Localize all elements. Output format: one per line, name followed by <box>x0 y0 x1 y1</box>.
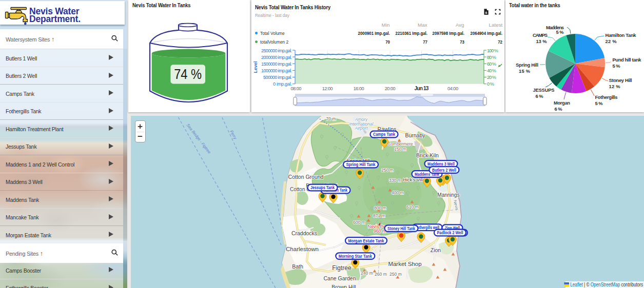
svg-text:5 %: 5 % <box>556 29 564 35</box>
svg-text:Stoney Hill: Stoney Hill <box>609 77 632 83</box>
svg-text:Burnaby: Burnaby <box>405 132 425 138</box>
svg-text:Jessups Tank: Jessups Tank <box>310 185 335 190</box>
svg-text:Zion: Zion <box>431 247 441 253</box>
svg-text:74 %: 74 % <box>174 67 202 82</box>
svg-text:Cane Garden: Cane Garden <box>323 275 356 281</box>
svg-text:1000000 imp.gal.: 1000000 imp.gal. <box>261 68 292 73</box>
svg-text:Morgan Estate Tank: Morgan Estate Tank <box>348 238 384 243</box>
svg-text:Spring Hill Tank: Spring Hill Tank <box>346 162 376 167</box>
svg-text:250 m: 250 m <box>381 168 394 173</box>
svg-text:16:00: 16:00 <box>354 86 364 91</box>
svg-text:15 %: 15 % <box>519 68 531 74</box>
svg-text:Jun 13: Jun 13 <box>415 86 429 91</box>
svg-text:Mannings: Mannings <box>437 192 459 198</box>
svg-text:20:00: 20:00 <box>385 86 396 91</box>
svg-text:22 %: 22 % <box>606 38 617 44</box>
svg-text:Airport: Airport <box>354 126 368 131</box>
svg-text:Sea Bridge - Figtree: Sea Bridge - Figtree <box>185 123 212 155</box>
svg-text:0 imp.gal.: 0 imp.gal. <box>273 81 292 87</box>
svg-text:12:00: 12:00 <box>322 86 333 91</box>
svg-text:5 %: 5 % <box>595 100 603 106</box>
svg-text:400 m: 400 m <box>392 190 404 195</box>
svg-text:Hamilton Tank: Hamilton Tank <box>606 32 637 38</box>
svg-text:Bath: Bath <box>292 263 303 270</box>
svg-text:0 %: 0 % <box>487 81 494 87</box>
svg-text:Cotton Ground: Cotton Ground <box>288 174 324 180</box>
svg-text:Brick Kiln: Brick Kiln <box>416 152 439 158</box>
svg-text:500000 imp.gal.: 500000 imp.gal. <box>263 75 292 80</box>
svg-text:610 m: 610 m <box>406 204 419 210</box>
svg-text:Spring Hill: Spring Hill <box>516 62 538 68</box>
svg-text:JESSUPS: JESSUPS <box>533 87 555 93</box>
svg-text:Combermere: Combermere <box>387 141 413 147</box>
svg-text:Level: Level <box>253 61 258 73</box>
svg-text:2500000 imp.gal.: 2500000 imp.gal. <box>261 48 292 53</box>
svg-text:Butlers 2 Well: Butlers 2 Well <box>432 168 456 173</box>
svg-text:5 %: 5 % <box>613 63 621 69</box>
svg-text:CAMPS: CAMPS <box>533 32 548 38</box>
svg-text:100 %: 100 % <box>487 48 498 53</box>
svg-text:2000000 imp.gal.: 2000000 imp.gal. <box>261 55 292 60</box>
svg-text:08:00: 08:00 <box>290 86 301 91</box>
svg-text:6 %: 6 % <box>555 106 563 112</box>
svg-text:Stoney Hill Tank: Stoney Hill Tank <box>387 226 415 231</box>
svg-text:70 m: 70 m <box>326 116 336 121</box>
svg-text:60 %: 60 % <box>487 61 496 67</box>
svg-text:80 %: 80 % <box>487 55 496 60</box>
svg-text:1500000 imp.gal.: 1500000 imp.gal. <box>261 61 292 67</box>
svg-text:Pund hill tank: Pund hill tank <box>613 57 642 63</box>
svg-text:20 %: 20 % <box>487 75 496 80</box>
svg-text:800 m: 800 m <box>374 205 386 211</box>
svg-text:150 m: 150 m <box>394 147 406 152</box>
svg-text:960 m: 960 m <box>374 229 386 234</box>
svg-text:12 %: 12 % <box>609 84 621 89</box>
svg-text:Market Shop: Market Shop <box>388 261 421 267</box>
svg-text:Camps Tank: Camps Tank <box>373 132 395 137</box>
svg-text:Morgan: Morgan <box>554 100 570 106</box>
svg-text:04:00: 04:00 <box>447 86 458 91</box>
svg-text:240 m: 240 m <box>361 271 373 276</box>
svg-text:Maddens 3 Well: Maddens 3 Well <box>427 161 455 167</box>
svg-text:13 %: 13 % <box>536 38 548 44</box>
svg-text:6 %: 6 % <box>536 93 544 99</box>
svg-text:330 m: 330 m <box>389 178 401 183</box>
svg-text:Hick's Villa: Hick's Villa <box>403 177 425 182</box>
svg-text:Craddocks: Craddocks <box>291 230 317 236</box>
svg-text:250 m: 250 m <box>389 272 402 277</box>
svg-text:Figtree: Figtree <box>332 264 352 272</box>
svg-text:260 m: 260 m <box>375 272 387 277</box>
svg-text:871 m: 871 m <box>373 213 385 218</box>
svg-text:Morning Star Tank: Morning Star Tank <box>339 254 372 259</box>
svg-text:40 %: 40 % <box>487 68 496 73</box>
svg-text:Fothergills: Fothergills <box>595 94 618 100</box>
svg-text:Padlock 2 Well: Padlock 2 Well <box>437 230 463 235</box>
svg-text:Charlestown: Charlestown <box>286 246 319 252</box>
svg-text:Brown Hill: Brown Hill <box>331 284 356 288</box>
svg-text:600 m: 600 m <box>353 220 365 225</box>
